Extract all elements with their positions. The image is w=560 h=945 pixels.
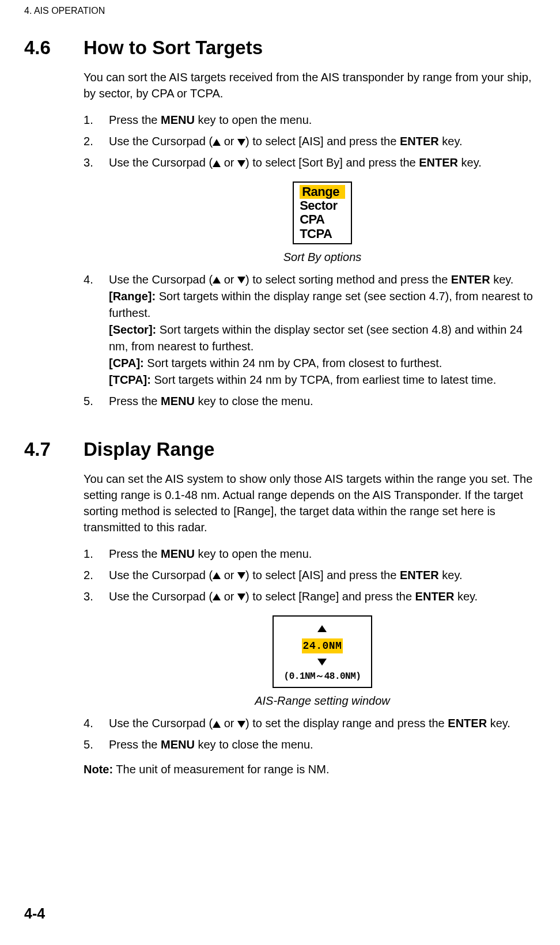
step-1: Press the MENU key to open the menu. bbox=[84, 112, 536, 128]
step-2: Use the Cursorpad ( or ) to select [AIS]… bbox=[84, 567, 536, 584]
down-triangle-icon bbox=[237, 160, 245, 167]
sort-option-tcpa: TCPA bbox=[297, 227, 347, 241]
step-4: Use the Cursorpad ( or ) to select sorti… bbox=[84, 271, 536, 388]
section-title: How to Sort Targets bbox=[84, 37, 263, 59]
section-intro: You can sort the AIS targets received fr… bbox=[84, 69, 536, 101]
down-triangle-icon bbox=[237, 277, 245, 284]
sort-option-sector: Sector bbox=[297, 199, 347, 213]
up-arrow-icon bbox=[317, 625, 327, 632]
procedure-list: Press the MENU key to open the menu. Use… bbox=[84, 112, 536, 410]
sort-option-range: Range bbox=[300, 185, 345, 199]
range-hint: (0.1NM～48.0NM) bbox=[284, 670, 361, 683]
section-number: 4.6 bbox=[24, 37, 84, 59]
page-number: 4-4 bbox=[24, 905, 45, 922]
up-triangle-icon bbox=[213, 572, 221, 579]
up-triangle-icon bbox=[213, 721, 221, 728]
up-triangle-icon bbox=[213, 139, 221, 146]
step-4: Use the Cursorpad ( or ) to set the disp… bbox=[84, 715, 536, 732]
step-5: Press the MENU key to close the menu. bbox=[84, 736, 536, 753]
step-3: Use the Cursorpad ( or ) to select [Sort… bbox=[84, 154, 536, 266]
range-figure: 24.0NM (0.1NM～48.0NM) AIS-Range setting … bbox=[109, 615, 536, 709]
up-triangle-icon bbox=[213, 160, 221, 167]
down-triangle-icon bbox=[237, 139, 245, 146]
figure-caption: AIS-Range setting window bbox=[109, 693, 536, 709]
procedure-list: Press the MENU key to open the menu. Use… bbox=[84, 546, 536, 753]
section-4-7: 4.7 Display Range You can set the AIS sy… bbox=[24, 439, 536, 778]
sort-by-figure: Range Sector CPA TCPA Sort By options bbox=[109, 182, 536, 266]
figure-caption: Sort By options bbox=[109, 249, 536, 266]
chapter-header: 4. AIS OPERATION bbox=[24, 6, 536, 16]
step-3: Use the Cursorpad ( or ) to select [Rang… bbox=[84, 588, 536, 709]
note: Note: The unit of measurement for range … bbox=[84, 761, 536, 778]
section-title: Display Range bbox=[84, 439, 214, 460]
section-4-6: 4.6 How to Sort Targets You can sort the… bbox=[24, 37, 536, 410]
range-setting-box: 24.0NM (0.1NM～48.0NM) bbox=[273, 615, 373, 688]
down-triangle-icon bbox=[237, 572, 245, 579]
up-triangle-icon bbox=[213, 277, 221, 284]
down-triangle-icon bbox=[237, 594, 245, 600]
sort-by-options-box: Range Sector CPA TCPA bbox=[293, 182, 352, 244]
down-triangle-icon bbox=[237, 721, 245, 728]
section-number: 4.7 bbox=[24, 439, 84, 460]
range-value: 24.0NM bbox=[302, 638, 343, 653]
down-arrow-icon bbox=[317, 659, 327, 666]
up-triangle-icon bbox=[213, 594, 221, 600]
sort-option-cpa: CPA bbox=[297, 213, 347, 226]
step-1: Press the MENU key to open the menu. bbox=[84, 546, 536, 562]
step-5: Press the MENU key to close the menu. bbox=[84, 393, 536, 410]
section-intro: You can set the AIS system to show only … bbox=[84, 471, 536, 535]
step-2: Use the Cursorpad ( or ) to select [AIS]… bbox=[84, 133, 536, 150]
